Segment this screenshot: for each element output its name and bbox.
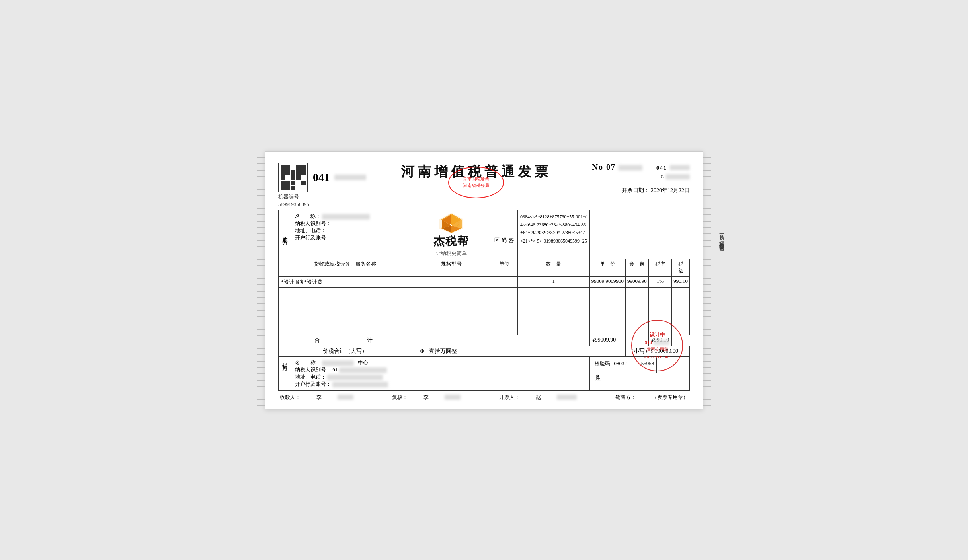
total-amount: ¥99009.90 (589, 335, 625, 346)
svg-text:S: S (450, 223, 452, 227)
seller-stamp: 设计中 914 发票专用章 4102250063362 (631, 320, 683, 371)
item-spec-1 (412, 276, 491, 287)
unit-price-header: 单 价 (589, 259, 625, 276)
stamp-middle: 914 (645, 339, 669, 346)
seller-tax-value: 91 (332, 367, 338, 373)
quantity-header: 数 量 (517, 259, 589, 276)
invoice-sub-num: 07 (578, 173, 690, 180)
seller-addr-label: 地址、电话： (295, 374, 326, 380)
price-tax-row: 价税合计（大写） ⊗ 壹拾万圆整 （小写）¥ 100000.00 (279, 346, 690, 356)
secret-code-value: 0384<<**8128+875760+55-901*/ 4<<646-2368… (517, 210, 589, 259)
total-label: 合 计 (279, 335, 412, 346)
payee-value: 李 (316, 394, 322, 401)
seller-info-cell: 名 称： 中心 纳税人识别号： 91 地址、电话： (291, 356, 590, 390)
machine-label: 机器编号： (278, 193, 374, 200)
seller-tax-label: 纳税人识别号： (295, 367, 331, 373)
issuer-label: 开票人： (499, 394, 520, 401)
logo-icon: S (439, 212, 464, 234)
logo-cell: S 杰税帮 让纳税更简单 (412, 210, 491, 259)
reviewer-value: 李 (424, 394, 429, 401)
item-row-empty-4 (279, 323, 690, 335)
item-row-empty-1 (279, 287, 690, 299)
buyer-address-label: 地址、电话： (295, 228, 326, 233)
item-unit-1 (491, 276, 517, 287)
item-name-1: *设计服务*设计费 (279, 276, 412, 287)
item-qty-1: 1 (517, 276, 589, 287)
item-row-empty-2 (279, 299, 690, 311)
header-center: 河南增值税普通发票 云南国税发票 河南省税务局 (374, 163, 578, 183)
spec-header: 规格型号 (412, 259, 491, 276)
item-price-1: 99009.9009900 (589, 276, 625, 287)
price-tax-big: ⊗ 壹拾万圆整 (412, 346, 626, 356)
seller-name-suffix: 中心 (355, 360, 369, 366)
invoice-no: No 07 041 (578, 163, 690, 172)
check-code-label: 校验码 (595, 360, 610, 366)
buyer-row: 购买方 名 称： 纳税人识别号： 地址、电话： 开户行及账号 (279, 210, 690, 259)
header-left: 041 机器编号： 589919358395 (278, 163, 374, 208)
unit-header: 单位 (491, 259, 517, 276)
seller-name-label: 名 称： (295, 360, 321, 366)
item-row-1: *设计服务*设计费 1 99009.9009900 99009.90 1% 99… (279, 276, 690, 287)
seller-remarks-cell: 校验码 08032 55958 备注 (589, 356, 689, 390)
item-tax-amt-1: 990.10 (672, 276, 690, 287)
tax-rate-header: 税率 (648, 259, 672, 276)
total-empty (412, 335, 590, 346)
buyer-tax-label: 纳税人识别号： (295, 220, 331, 226)
buyer-label: 购买方 (279, 210, 291, 259)
seller-label-cell: 销售方 (279, 356, 291, 390)
amount-header: 金 额 (626, 259, 649, 276)
reviewer-label: 复核： (392, 394, 408, 401)
item-tax-rate-1: 1% (648, 276, 672, 287)
item-row-empty-3 (279, 311, 690, 323)
invoice-date: 开票日期： 2020年12月22日 (578, 187, 690, 194)
goods-header: 货物或应税劳务、服务名称 (279, 259, 412, 276)
header-stamp: 云南国税发票 河南省税务局 (448, 167, 504, 198)
invoice-footer: 收款人： 李 复核： 李 开票人： 赵 销售方： （发票专用章） (278, 394, 690, 401)
issuer-value: 赵 (536, 394, 541, 401)
invoice-document: 041 机器编号： 589919358395 河南增值税普通发票 云南国税发票 … (265, 151, 703, 409)
stamp-line1: 云南国税发票 (463, 176, 489, 182)
logo-name: 杰税帮 (433, 234, 469, 249)
items-header-row: 货物或应税劳务、服务名称 规格型号 单位 数 量 单 价 金 额 税率 税 额 (279, 259, 690, 276)
logo-slogan: 让纳税更简单 (436, 250, 467, 257)
qr-code (278, 163, 308, 192)
buyer-info-cell: 名 称： 纳税人识别号： 地址、电话： 开户行及账号： (291, 210, 412, 259)
total-row: 合 计 ¥99009.90 ¥990.10 (279, 335, 690, 346)
payee-blurred (338, 395, 353, 400)
item-amount-1: 99009.90 (626, 276, 649, 287)
header-right: No 07 041 07 开票日期： 2020年12月22日 (578, 163, 690, 194)
machine-number: 589919358395 (278, 201, 374, 208)
invoice-header: 041 机器编号： 589919358395 河南增值税普通发票 云南国税发票 … (278, 163, 690, 208)
seller-bottom-label: 销售方： (615, 394, 636, 401)
seller-row: 销售方 名 称： 中心 纳税人识别号： 91 (279, 356, 690, 390)
payee-label: 收款人： (280, 394, 301, 401)
stamp-code: 4102250063362 (644, 354, 670, 360)
seller-bank-label: 开户行及账号： (295, 381, 331, 387)
issuer-blurred (557, 395, 577, 400)
buyer-name-label: 名 称： (295, 213, 321, 219)
remarks-vertical: 备注 (595, 370, 602, 372)
check-code-1: 08032 (614, 360, 627, 366)
first-copy-label: 第一联：记账联 销售方记账凭证 (718, 231, 725, 243)
price-tax-label: 价税合计（大写） (279, 346, 412, 356)
buyer-bank-label: 开户行及账号： (295, 235, 331, 241)
invoice-main-table: 购买方 名 称： 纳税人识别号： 地址、电话： 开户行及账号 (278, 210, 690, 391)
stamp-title: 设计中 (650, 331, 665, 339)
seller-seal-label: （发票专用章） (652, 394, 688, 401)
tax-amount-header: 税 额 (672, 259, 690, 276)
stamp-line2: 河南省税务局 (463, 183, 489, 189)
reviewer-blurred (445, 395, 461, 400)
stamp-seal-text: 发票专用章 (646, 346, 668, 353)
invoice-number-prefix: 041 (313, 171, 330, 184)
seller-stamp-area: 设计中 914 发票专用章 4102250063362 (657, 358, 687, 373)
secret-code-label: 密 码 区 (491, 210, 517, 259)
